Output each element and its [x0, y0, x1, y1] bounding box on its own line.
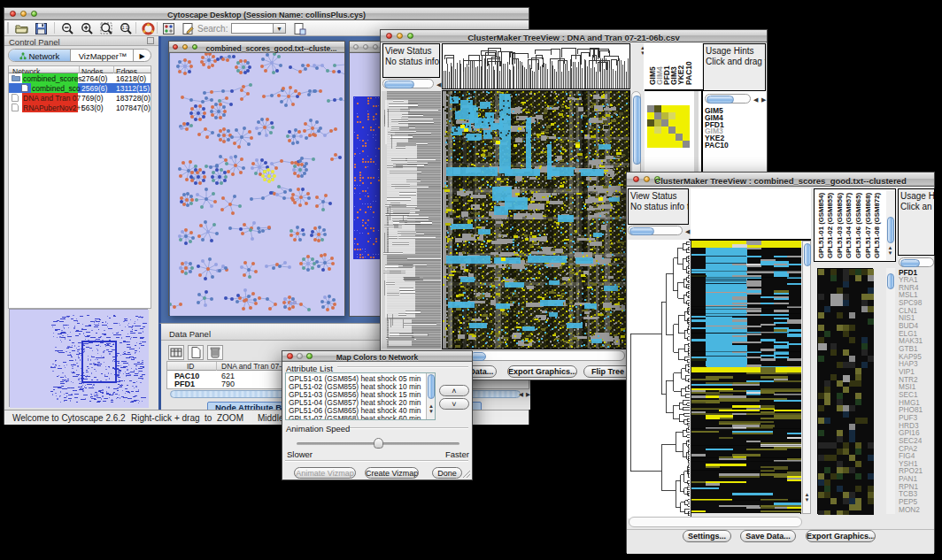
svg-text:1:1: 1:1 [122, 25, 128, 30]
